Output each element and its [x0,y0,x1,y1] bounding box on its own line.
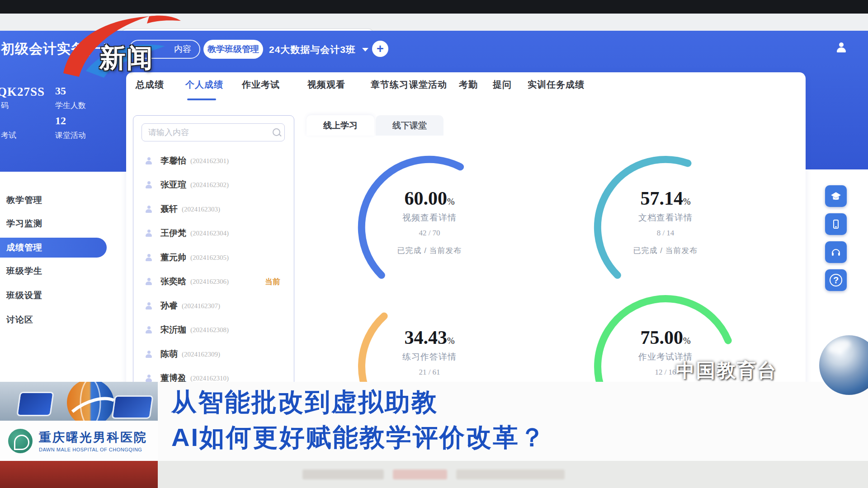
gauge-detail-link[interactable]: 文档查看详情 [593,212,738,224]
blurred-subtitle [393,469,447,479]
sponsor-bar: 重庆曙光男科医院 DAWN MALE HOSPITAL OF CHONGQING [0,421,158,461]
tab-chapter-drill[interactable]: 章节练习 [371,79,409,91]
news-logo-text: 新闻 [99,41,154,76]
student-row[interactable]: 聂轩 (2024162303) [133,199,294,219]
tab-homework-exam[interactable]: 作业考试 [242,79,280,91]
question-icon: ? [830,274,842,286]
tab-class-activity[interactable]: 课堂活动 [409,79,447,91]
student-name: 聂轩 [160,203,178,215]
student-name: 张亚瑄 [160,179,186,191]
student-row[interactable]: 王伊梵 (2024162304) [133,223,294,243]
gauge-caption: 已完成 / 当前发布 [593,245,738,256]
user-icon [145,351,152,358]
headline-line1: 从智能批改到虚拟助教 [171,385,438,420]
gauge-detail-link[interactable]: 练习作答详情 [357,351,502,363]
gauge-detail-link[interactable]: 视频查看详情 [357,212,502,224]
float-education-button[interactable] [825,185,847,207]
student-name: 孙睿 [160,300,178,312]
float-help-button[interactable]: ? [825,269,847,291]
user-icon [145,157,152,164]
search-input[interactable] [142,123,285,141]
student-row[interactable]: 孙睿 (2024162307) [133,296,294,316]
sidebar-item-monitor[interactable]: 学习监测 [0,214,108,234]
exam-partial-label: 考试 [1,130,16,141]
gauge-value: 34.43% [357,327,502,348]
user-icon [145,375,152,382]
gauge-doc-view: 57.14% 文档查看详情 8 / 14 已完成 / 当前发布 [593,155,738,300]
students-count: 35 [55,85,66,97]
class-code-label: 码 [1,100,9,111]
student-name: 李馨怡 [160,155,186,167]
students-count-label: 学生人数 [55,100,86,111]
student-name: 董元帅 [160,252,186,263]
float-support-button[interactable] [825,241,847,263]
gauge-value: 75.00% [593,327,738,348]
account-icon[interactable] [836,42,846,52]
student-row[interactable]: 宋沂珈 (2024162308) [133,320,294,340]
gauge-progress: 42 / 70 [357,229,502,238]
blurred-subtitle [456,469,565,479]
graduation-cap-icon [830,190,842,202]
student-row[interactable]: 陈萌 (2024162309) [133,344,294,364]
gauge-progress: 21 / 61 [357,368,502,377]
headline-line2: AI如何更好赋能教学评价改革？ [171,421,546,455]
sidebar-item-grades[interactable]: 成绩管理 [0,238,107,258]
user-icon [145,278,152,285]
headset-icon [830,247,841,258]
user-icon [145,302,152,310]
gauge-video-watch: 60.00% 视频查看详情 42 / 70 已完成 / 当前发布 [357,155,502,300]
tab-training-grades[interactable]: 实训任务成绩 [528,79,585,91]
plus-icon: + [377,43,384,55]
float-mobile-button[interactable] [825,213,847,235]
tv-frame: B C H 初级会计实务(一) 账号登录-火山引擎 账号登录-火山引擎 ☆ 起始… [0,0,868,488]
student-row-current[interactable]: 张奕晗 (2024162306) 当前 [133,272,294,291]
current-badge: 当前 [265,277,280,287]
student-id: (2024162305) [190,254,229,262]
user-icon [145,206,152,213]
logo-cube [16,392,54,416]
tab-video-watch[interactable]: 视频观看 [307,79,345,91]
sidebar-item-discussion[interactable]: 讨论区 [0,310,108,330]
student-id: (2024162308) [190,326,229,334]
class-code-value: QK27SS [0,85,45,99]
gauge-progress: 8 / 14 [593,229,738,238]
active-tab-underline [187,99,216,100]
subtitle-strip [158,461,868,488]
student-name: 王伊梵 [160,227,186,239]
class-selector-label: 24大数据与会计3班 [269,43,356,56]
class-manage-button[interactable]: 教学班级管理 [203,40,263,59]
student-id: (2024162306) [190,278,229,286]
student-row[interactable]: 李馨怡 (2024162301) [133,151,294,171]
student-name: 陈萌 [160,348,178,360]
sidebar-item-teaching[interactable]: 教学管理 [0,190,108,210]
student-id: (2024162303) [182,206,220,213]
student-id: (2024162310) [190,375,229,382]
activities-count-label: 课堂活动 [55,130,86,141]
sponsor-name-en: DAWN MALE HOSPITAL OF CHONGQING [39,447,147,452]
sidebar-item-settings[interactable]: 班级设置 [0,286,108,305]
class-selector-dropdown[interactable]: 24大数据与会计3班 [269,42,368,58]
subtab-offline-class[interactable]: 线下课堂 [376,115,443,136]
subtab-online-learning[interactable]: 线上学习 [307,115,374,136]
student-id: (2024162301) [190,157,229,165]
hospital-emblem-icon [8,429,33,453]
headline-banner: 从智能批改到虚拟助教 AI如何更好赋能教学评价改革？ [158,382,868,461]
sidebar-item-students[interactable]: 班级学生 [0,261,108,281]
user-icon [145,230,152,237]
tab-questions[interactable]: 提问 [493,79,512,91]
add-class-button[interactable]: + [372,41,388,57]
program-logo-box [0,382,158,421]
gauge-caption: 已完成 / 当前发布 [357,245,502,256]
activities-count: 12 [55,115,66,127]
user-icon [145,326,152,333]
student-row[interactable]: 张亚瑄 (2024162302) [133,175,294,195]
blurred-subtitle [302,469,384,479]
student-row[interactable]: 董元帅 (2024162305) [133,248,294,267]
user-icon [145,254,152,261]
student-list-panel: 李馨怡 (2024162301) 张亚瑄 (2024162302) 聂轩 (20… [133,115,294,387]
search-icon[interactable] [273,128,280,136]
tab-attendance[interactable]: 考勤 [459,79,478,91]
sponsor-name: 重庆曙光男科医院 [39,429,147,446]
logo-cube [111,395,153,419]
channel-watermark: 中国教育台 [676,358,778,383]
